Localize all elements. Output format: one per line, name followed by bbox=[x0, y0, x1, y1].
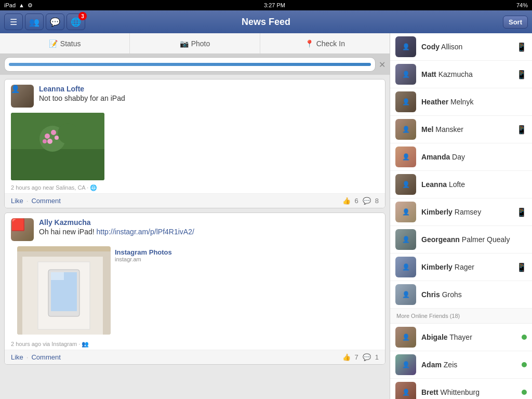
friend-item-matt[interactable]: 👤 Matt Kazmucha 📱 bbox=[390, 61, 532, 88]
friend-avatar-cody: 👤 bbox=[395, 36, 416, 57]
friend-icon-cody: 📱 bbox=[516, 42, 527, 52]
online-dot-brett bbox=[522, 390, 527, 395]
friend-name-mel: Mel Mansker bbox=[421, 125, 511, 134]
search-input-wrap bbox=[4, 57, 376, 72]
svg-point-5 bbox=[51, 130, 56, 135]
friend-name-cody: Cody Allison bbox=[421, 43, 511, 51]
svg-point-6 bbox=[47, 139, 52, 144]
friend-avatar-amanda: 👤 bbox=[395, 147, 416, 167]
comment-count-leanna: 8 bbox=[375, 197, 379, 205]
tab-checkin[interactable]: 📍 Check In bbox=[260, 33, 390, 54]
checkin-tab-label: Check In bbox=[316, 39, 345, 48]
nav-bar-left: ☰ 👥 💬 🌐 3 bbox=[4, 14, 85, 30]
online-friend-item-brett[interactable]: 👤 Brett Whittenburg bbox=[390, 379, 532, 399]
friend-item-mel[interactable]: 👤 Mel Mansker 📱 bbox=[390, 116, 532, 143]
svg-point-7 bbox=[55, 136, 59, 140]
avatar-leanna-placeholder: 👤 bbox=[11, 85, 20, 93]
status-tab-icon: 📝 bbox=[49, 39, 58, 48]
post-image-leanna bbox=[11, 113, 104, 180]
friend-name-amanda: Amanda Day bbox=[421, 153, 527, 161]
nav-bar-right: Sort bbox=[503, 16, 528, 29]
tab-status[interactable]: 📝 Status bbox=[0, 33, 130, 54]
friend-item-chris[interactable]: 👤 Chris Grohs bbox=[390, 281, 532, 309]
carrier-label: iPad bbox=[4, 2, 16, 8]
post-author-leanna[interactable]: Leanna Lofte bbox=[39, 85, 125, 93]
instagram-title[interactable]: Instagram Photos bbox=[115, 248, 172, 256]
avatar-ally: 🟥 bbox=[11, 218, 34, 241]
status-bar: iPad ▲ ⚙ 3:27 PM 74% bbox=[0, 0, 532, 10]
post-author-ally[interactable]: Ally Kazmucha bbox=[39, 218, 194, 227]
friend-name-chris: Chris Grohs bbox=[421, 290, 527, 299]
globe-meta-icon: 🌐 bbox=[90, 184, 97, 191]
svg-point-4 bbox=[45, 134, 50, 139]
menu-icon: ☰ bbox=[10, 17, 17, 27]
instagram-preview: Instagram Photos instagr.am bbox=[11, 246, 385, 337]
sort-button[interactable]: Sort bbox=[503, 16, 528, 29]
friend-avatar-matt: 👤 bbox=[395, 64, 416, 85]
comment-button-leanna[interactable]: Comment bbox=[31, 197, 60, 205]
friend-avatar-heather: 👤 bbox=[395, 91, 416, 112]
online-friend-name-abigale: Abigale Thayer bbox=[421, 333, 516, 341]
online-dot-abigale bbox=[522, 335, 527, 340]
friend-avatar-chris: 👤 bbox=[395, 284, 416, 305]
online-friend-item-abigale[interactable]: 👤 Abigale Thayer bbox=[390, 324, 532, 351]
friend-icon-kimberly: 📱 bbox=[516, 207, 527, 217]
more-online-header: More Online Friends (18) bbox=[390, 309, 532, 324]
friends-button[interactable]: 👥 bbox=[25, 14, 44, 30]
svg-point-8 bbox=[43, 139, 47, 143]
like-count-ally: 7 bbox=[355, 353, 358, 361]
action-counts-ally: 👍 7 💬 1 bbox=[342, 353, 379, 361]
svg-rect-1 bbox=[11, 149, 104, 180]
tab-photo[interactable]: 📷 Photo bbox=[130, 33, 260, 54]
like-button-leanna[interactable]: Like bbox=[11, 197, 23, 205]
notification-badge: 3 bbox=[78, 12, 87, 20]
menu-button[interactable]: ☰ bbox=[4, 14, 23, 30]
friend-item-leanna[interactable]: 👤 Leanna Lofte bbox=[390, 171, 532, 198]
friend-item-amanda[interactable]: 👤 Amanda Day bbox=[390, 143, 532, 171]
friend-avatar-mel: 👤 bbox=[395, 119, 416, 140]
flower-svg bbox=[11, 113, 104, 180]
post-content-ally: Ally Kazmucha Oh hai new iPad! http://in… bbox=[39, 218, 194, 236]
action-counts-leanna: 👍 6 💬 8 bbox=[342, 197, 379, 205]
friend-item-heather[interactable]: 👤 Heather Melnyk bbox=[390, 88, 532, 116]
post-header-leanna: 👤 Leanna Lofte Not too shabby for an iPa… bbox=[5, 79, 385, 113]
online-friends-list: 👤 Abigale Thayer 👤 Adam Zeis 👤 Brett Whi… bbox=[390, 324, 532, 399]
online-friend-name-brett: Brett Whittenburg bbox=[421, 388, 516, 396]
friend-item-kimberly[interactable]: 👤 Kimberly Ramsey 📱 bbox=[390, 198, 532, 226]
action-links-leanna: Like · Comment bbox=[11, 197, 61, 205]
friend-item-kimberly2[interactable]: 👤 Kimberly Rager 📱 bbox=[390, 254, 532, 281]
feed-area: 📝 Status 📷 Photo 📍 Check In ✕ 👤 bbox=[0, 33, 390, 399]
friend-avatar-kimberly2: 👤 bbox=[395, 257, 416, 277]
search-clear-button[interactable]: ✕ bbox=[379, 60, 385, 70]
online-friend-item-adam[interactable]: 👤 Adam Zeis bbox=[390, 351, 532, 379]
post-leanna: 👤 Leanna Lofte Not too shabby for an iPa… bbox=[4, 79, 385, 208]
friend-avatar-leanna: 👤 bbox=[395, 174, 416, 195]
post-text-ally: Oh hai new iPad! http://instagr.am/p/lPf… bbox=[39, 228, 194, 236]
like-count-leanna: 6 bbox=[355, 197, 358, 205]
like-icon-leanna: 👍 bbox=[342, 197, 351, 205]
comment-button-ally[interactable]: Comment bbox=[31, 353, 60, 361]
online-friend-avatar-abigale: 👤 bbox=[395, 327, 416, 348]
ipad-box-svg bbox=[17, 251, 111, 335]
avatar-ally-placeholder: 🟥 bbox=[11, 218, 25, 231]
sidebar: 👤 Cody Allison 📱 👤 Matt Kazmucha 📱 👤 Hea… bbox=[390, 33, 532, 399]
friend-item-georgeann[interactable]: 👤 Georgeann Palmer Quealy bbox=[390, 226, 532, 254]
friend-name-leanna: Leanna Lofte bbox=[421, 180, 527, 189]
checkin-tab-icon: 📍 bbox=[305, 39, 314, 48]
like-button-ally[interactable]: Like bbox=[11, 353, 23, 361]
photo-tab-icon: 📷 bbox=[180, 39, 189, 48]
friend-icon-mel: 📱 bbox=[516, 125, 527, 135]
search-progress bbox=[9, 63, 371, 66]
post-link-ally[interactable]: http://instagr.am/p/lPf4R1ivA2/ bbox=[97, 228, 194, 236]
post-content-leanna: Leanna Lofte Not too shabby for an iPad bbox=[39, 85, 125, 102]
group-meta-icon: 👥 bbox=[82, 341, 89, 347]
friend-item-cody[interactable]: 👤 Cody Allison 📱 bbox=[390, 33, 532, 61]
messages-button[interactable]: 💬 bbox=[46, 14, 64, 30]
instagram-image bbox=[17, 246, 111, 335]
post-actions-leanna: Like · Comment 👍 6 💬 8 bbox=[5, 193, 385, 208]
friend-avatar-kimberly: 👤 bbox=[395, 202, 416, 222]
loading-icon: ⚙ bbox=[28, 2, 33, 9]
comment-count-ally: 1 bbox=[375, 353, 379, 361]
globe-button[interactable]: 🌐 3 bbox=[66, 14, 85, 30]
nav-title: News Feed bbox=[242, 17, 290, 28]
